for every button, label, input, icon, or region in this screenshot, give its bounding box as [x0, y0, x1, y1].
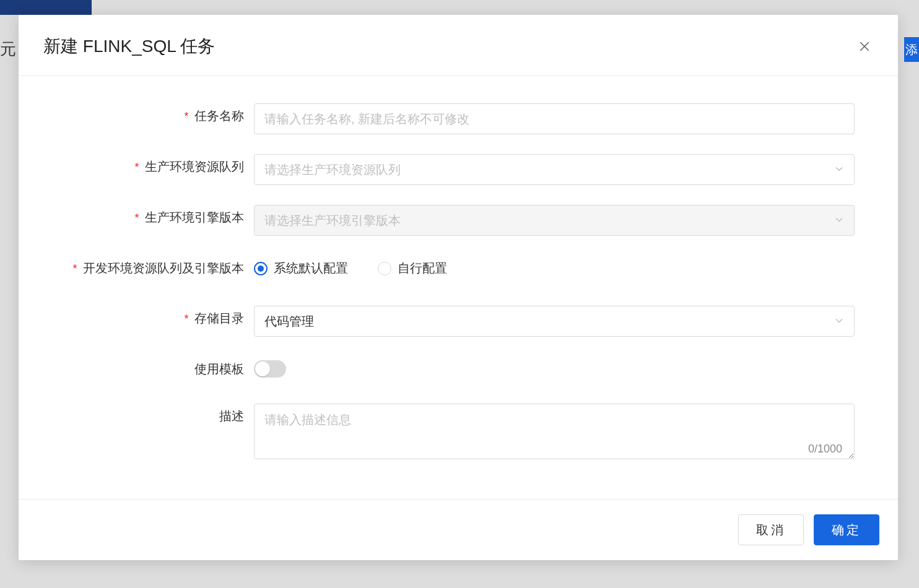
required-star: *	[134, 161, 139, 173]
dev-config-control: 系统默认配置 自行配置	[254, 256, 855, 281]
storage-dir-control: 代码管理	[254, 306, 855, 337]
task-name-input[interactable]	[254, 103, 855, 134]
required-star: *	[184, 110, 188, 123]
use-template-label: 使用模板	[43, 357, 254, 381]
create-task-modal: 新建 FLINK_SQL 任务 * 任务名称 * 生产环境资源队列	[19, 15, 898, 560]
close-button[interactable]	[856, 38, 873, 55]
description-label-text: 描述	[219, 409, 244, 423]
prod-queue-label: * 生产环境资源队列	[43, 154, 254, 179]
storage-dir-select[interactable]: 代码管理	[254, 306, 855, 337]
modal-header: 新建 FLINK_SQL 任务	[19, 15, 898, 76]
use-template-control	[254, 360, 855, 378]
toggle-knob	[255, 361, 270, 376]
dev-config-radio-group: 系统默认配置 自行配置	[254, 256, 855, 281]
prod-queue-row: * 生产环境资源队列 请选择生产环境资源队列	[43, 154, 873, 185]
confirm-button[interactable]: 确定	[814, 514, 879, 545]
storage-dir-label: * 存储目录	[43, 306, 254, 331]
modal-title: 新建 FLINK_SQL 任务	[43, 35, 215, 58]
storage-dir-row: * 存储目录 代码管理	[43, 306, 873, 337]
cancel-button[interactable]: 取消	[738, 514, 804, 545]
prod-engine-placeholder: 请选择生产环境引擎版本	[264, 212, 401, 229]
modal-body: * 任务名称 * 生产环境资源队列 请选择生产环境资源队列	[19, 76, 898, 499]
storage-dir-value: 代码管理	[264, 313, 314, 330]
prod-engine-label: * 生产环境引擎版本	[43, 205, 254, 230]
task-name-row: * 任务名称	[43, 103, 873, 134]
use-template-toggle[interactable]	[254, 360, 286, 378]
modal-footer: 取消 确定	[19, 499, 898, 560]
prod-queue-select[interactable]: 请选择生产环境资源队列	[254, 154, 855, 185]
prod-engine-row: * 生产环境引擎版本 请选择生产环境引擎版本	[43, 205, 873, 236]
dev-config-row: * 开发环境资源队列及引擎版本 系统默认配置 自行配置	[43, 256, 873, 281]
background-add-button: 添	[904, 37, 919, 62]
chevron-down-icon	[834, 163, 844, 177]
required-star: *	[72, 262, 77, 275]
required-star: *	[134, 212, 139, 224]
chevron-down-icon	[834, 214, 844, 228]
background-header-segment	[0, 0, 92, 15]
radio-system-label: 系统默认配置	[274, 260, 348, 277]
description-control: 0/1000	[254, 404, 855, 462]
prod-queue-placeholder: 请选择生产环境资源队列	[264, 162, 401, 178]
radio-circle-unchecked	[378, 262, 391, 275]
description-textarea[interactable]	[254, 404, 855, 459]
radio-system-default[interactable]: 系统默认配置	[254, 260, 348, 277]
prod-engine-label-text: 生产环境引擎版本	[145, 210, 244, 224]
background-partial-text: 元	[0, 38, 15, 60]
prod-engine-control: 请选择生产环境引擎版本	[254, 205, 855, 236]
storage-dir-label-text: 存储目录	[194, 311, 244, 325]
use-template-label-text: 使用模板	[194, 362, 244, 376]
prod-queue-control: 请选择生产环境资源队列	[254, 154, 855, 185]
prod-engine-select[interactable]: 请选择生产环境引擎版本	[254, 205, 855, 236]
description-label: 描述	[43, 404, 254, 428]
chevron-down-icon	[834, 314, 844, 329]
close-icon	[859, 41, 870, 52]
description-row: 描述 0/1000	[43, 404, 873, 462]
dev-config-label: * 开发环境资源队列及引擎版本	[43, 256, 254, 281]
task-name-control	[254, 103, 855, 134]
dev-config-label-text: 开发环境资源队列及引擎版本	[83, 261, 244, 275]
use-template-row: 使用模板	[43, 357, 873, 381]
task-name-label: * 任务名称	[43, 103, 254, 129]
task-name-label-text: 任务名称	[194, 109, 244, 123]
radio-custom-config[interactable]: 自行配置	[378, 260, 447, 277]
prod-queue-label-text: 生产环境资源队列	[145, 160, 244, 173]
radio-circle-checked	[254, 262, 268, 275]
required-star: *	[184, 313, 188, 325]
radio-custom-label: 自行配置	[398, 260, 447, 277]
